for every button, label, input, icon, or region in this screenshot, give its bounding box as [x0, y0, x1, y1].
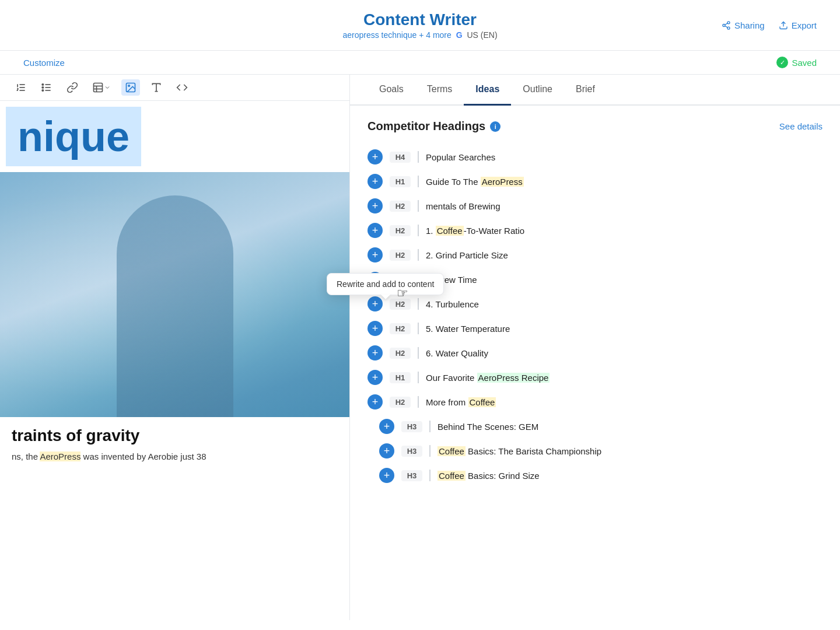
- code-button[interactable]: [173, 79, 191, 96]
- tab-goals[interactable]: Goals: [368, 75, 415, 106]
- add-heading-button[interactable]: +: [379, 468, 394, 483]
- heading-level-badge: H4: [390, 152, 411, 163]
- tab-terms[interactable]: Terms: [415, 75, 464, 106]
- heading-level-badge: H3: [401, 446, 422, 457]
- add-heading-button[interactable]: +: [368, 370, 383, 385]
- aeropress-highlight: AeroPress: [40, 452, 80, 461]
- chevron-down-icon: [104, 84, 111, 91]
- svg-point-1: [723, 24, 725, 26]
- heading-divider: [418, 249, 419, 261]
- ordered-list-button[interactable]: [12, 79, 30, 96]
- tab-outline[interactable]: Outline: [511, 75, 564, 106]
- svg-point-14: [42, 90, 44, 92]
- add-heading-button[interactable]: +: [379, 443, 394, 459]
- heading-row: + H2 5. Water Temperature: [368, 316, 822, 341]
- heading-text: 6. Water Quality: [426, 348, 488, 358]
- heading-level-badge: H2: [390, 225, 411, 236]
- sharing-button[interactable]: Sharing: [722, 20, 765, 30]
- heading-level-badge: H2: [390, 348, 411, 359]
- share-icon: [722, 20, 731, 30]
- add-heading-button[interactable]: +: [368, 345, 383, 360]
- svg-point-0: [727, 21, 730, 23]
- heading-level-badge: H2: [390, 397, 411, 408]
- section-title: Competitor Headings i: [368, 120, 501, 133]
- svg-point-20: [128, 85, 130, 87]
- heading-level-badge: H2: [390, 250, 411, 261]
- heading-row: + H2 4. Turbulence: [368, 292, 822, 316]
- heading-level-badge: H2: [390, 299, 411, 310]
- image-button[interactable]: [121, 79, 140, 96]
- info-icon[interactable]: i: [490, 121, 501, 132]
- add-heading-button[interactable]: +: [368, 174, 383, 189]
- editor-content[interactable]: nique traints of gravity ns, the AeroPre…: [0, 101, 349, 620]
- unordered-list-button[interactable]: [37, 79, 56, 96]
- svg-point-2: [727, 27, 730, 29]
- editor-panel: nique traints of gravity ns, the AeroPre…: [0, 75, 350, 620]
- add-heading-button[interactable]: +: [368, 247, 383, 262]
- export-button[interactable]: Export: [779, 20, 817, 30]
- heading-divider: [418, 200, 419, 212]
- add-heading-button[interactable]: +: [368, 223, 383, 238]
- svg-line-3: [725, 26, 728, 27]
- ideas-content-panel: Competitor Headings i See details + H4 P…: [350, 106, 840, 620]
- heading-divider: [418, 225, 419, 236]
- heading-row: + H1 Our Favorite AeroPress Recipe: [368, 365, 822, 390]
- tab-ideas[interactable]: Ideas: [464, 75, 511, 106]
- add-heading-button[interactable]: +: [379, 419, 394, 434]
- editor-highlight-text: nique: [6, 107, 141, 166]
- heading-level-badge: H3: [401, 421, 422, 432]
- link-button[interactable]: [63, 79, 82, 96]
- locale-text: US (EN): [467, 30, 497, 40]
- svg-point-12: [42, 84, 44, 86]
- heading-divider: [429, 445, 430, 457]
- heading-row: + H2 6. Water Quality: [368, 341, 822, 365]
- heading-row: + H2 1. Coffee-To-Water Ratio: [368, 218, 822, 243]
- subtitle-text: aeropress technique + 4 more: [342, 30, 451, 40]
- header-title-block: Content Writer aeropress technique + 4 m…: [342, 10, 497, 40]
- heading-divider: [418, 372, 419, 383]
- heading-text: Our Favorite AeroPress Recipe: [426, 373, 550, 383]
- section-header: Competitor Headings i See details: [368, 120, 822, 133]
- sub-header: Customize ✓ Saved: [0, 51, 840, 75]
- see-details-link[interactable]: See details: [779, 121, 822, 131]
- link-icon: [66, 82, 78, 93]
- table-button[interactable]: [89, 79, 114, 96]
- heading-divider: [429, 421, 430, 432]
- font-button[interactable]: [147, 79, 166, 96]
- image-icon: [125, 82, 136, 93]
- saved-label: Saved: [792, 58, 817, 68]
- editor-bottom-heading: traints of gravity: [12, 426, 338, 445]
- header-actions: Sharing Export: [722, 20, 817, 30]
- main-layout: nique traints of gravity ns, the AeroPre…: [0, 75, 840, 620]
- heading-text: Coffee Basics: Grind Size: [438, 471, 540, 481]
- heading-row: + H3 Behind The Scenes: GEM: [368, 414, 822, 439]
- heading-text: Coffee Basics: The Barista Championship: [438, 446, 601, 456]
- saved-indicator: ✓ Saved: [776, 57, 817, 68]
- export-icon: [779, 20, 788, 30]
- heading-level-badge: H2: [390, 323, 411, 334]
- tooltip-text: Rewrite and add to content: [337, 279, 434, 289]
- tab-brief[interactable]: Brief: [564, 75, 607, 106]
- app-header: Content Writer aeropress technique + 4 m…: [0, 0, 840, 51]
- table-icon: [92, 82, 104, 93]
- code-icon: [176, 82, 188, 93]
- heading-divider: [429, 470, 430, 481]
- svg-point-13: [42, 87, 44, 89]
- heading-divider: [418, 323, 419, 334]
- heading-text: More from Coffee: [426, 397, 496, 407]
- editor-bottom-section: traints of gravity ns, the AeroPress was…: [0, 417, 349, 473]
- editor-toolbar: [0, 75, 349, 101]
- app-title: Content Writer: [342, 10, 497, 29]
- heading-row: + H2 More from Coffee: [368, 390, 822, 414]
- add-heading-button[interactable]: +: [368, 321, 383, 336]
- heading-divider: [418, 347, 419, 359]
- add-heading-button[interactable]: +: [368, 198, 383, 214]
- heading-text: Behind The Scenes: GEM: [438, 422, 538, 432]
- heading-text: 5. Water Temperature: [426, 324, 510, 334]
- add-heading-button[interactable]: +: [368, 149, 383, 164]
- add-heading-button[interactable]: +: [368, 394, 383, 410]
- heading-row: + H4 Popular Searches: [368, 145, 822, 169]
- heading-divider: [418, 396, 419, 408]
- customize-link[interactable]: Customize: [23, 58, 65, 68]
- tooltip-popup: Rewrite and add to content: [327, 273, 444, 295]
